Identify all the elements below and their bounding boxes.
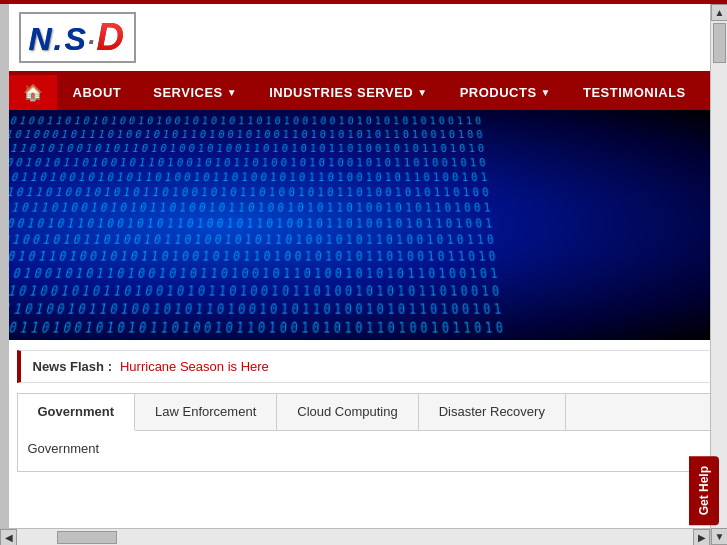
tabs-container: Government Law Enforcement Cloud Computi…	[17, 393, 711, 472]
tabs-content: Government	[18, 431, 710, 471]
tab-government[interactable]: Government	[18, 394, 136, 431]
logo[interactable]: N.S·D	[19, 12, 136, 63]
nav-testimonials[interactable]: TESTIMONIALS	[567, 74, 702, 110]
scroll-down-arrow[interactable]: ▼	[711, 528, 727, 545]
tabs-header: Government Law Enforcement Cloud Computi…	[18, 394, 710, 431]
tab-law-enforcement[interactable]: Law Enforcement	[135, 394, 277, 430]
get-help-button[interactable]: Get Help	[689, 456, 719, 525]
scroll-right-arrow[interactable]: ▶	[693, 529, 710, 546]
hero-image: 0100110101010010100101010110101001001010…	[9, 110, 719, 340]
navbar: 🏠 ABOUT SERVICES▼ INDUSTRIES SERVED▼ PRO…	[9, 74, 719, 110]
nav-about[interactable]: ABOUT	[57, 74, 138, 110]
scroll-up-arrow[interactable]: ▲	[711, 4, 727, 21]
scroll-track[interactable]	[711, 21, 727, 528]
header: N.S·D	[9, 4, 719, 74]
tab-content-text: Government	[28, 441, 100, 456]
nav-home-button[interactable]: 🏠	[9, 75, 57, 110]
binary-matrix: 0100110101010010100101010110101001001010…	[9, 110, 719, 340]
nav-products[interactable]: PRODUCTS▼	[444, 74, 567, 110]
news-flash-bar: News Flash : Hurricane Season is Here	[17, 350, 711, 383]
nav-industries[interactable]: INDUSTRIES SERVED▼	[253, 74, 443, 110]
services-dropdown-icon: ▼	[227, 87, 237, 98]
hscroll-thumb[interactable]	[57, 531, 117, 544]
horizontal-scrollbar[interactable]: ◀ ▶	[0, 528, 710, 545]
industries-dropdown-icon: ▼	[417, 87, 427, 98]
products-dropdown-icon: ▼	[541, 87, 551, 98]
logo-text: N.S·D	[19, 12, 136, 63]
scroll-left-arrow[interactable]: ◀	[0, 529, 17, 546]
hscroll-track[interactable]	[17, 529, 693, 546]
news-flash-text[interactable]: Hurricane Season is Here	[120, 359, 269, 374]
scroll-thumb[interactable]	[713, 23, 726, 63]
news-flash-label: News Flash :	[33, 359, 112, 374]
nav-services[interactable]: SERVICES▼	[137, 74, 253, 110]
tab-disaster-recovery[interactable]: Disaster Recovery	[419, 394, 566, 430]
tab-cloud-computing[interactable]: Cloud Computing	[277, 394, 418, 430]
